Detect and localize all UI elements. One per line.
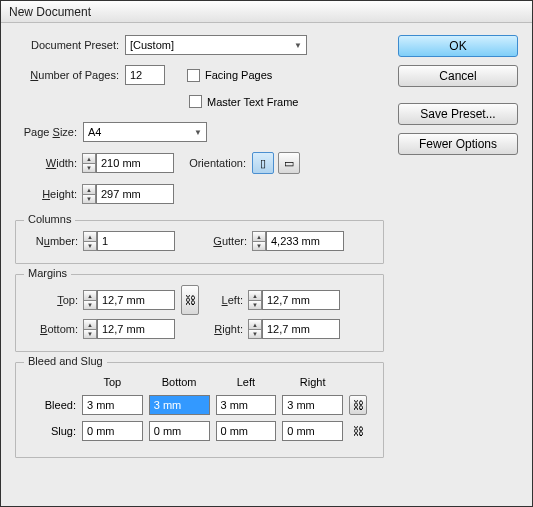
spin-up-icon[interactable]: ▲ xyxy=(252,231,266,241)
col-number-input[interactable]: 1 xyxy=(97,231,175,251)
col-number-label: Number: xyxy=(26,235,84,247)
document-preset-select[interactable]: [Custom] ▼ xyxy=(125,35,307,55)
master-text-frame-label: Master Text Frame xyxy=(207,96,299,108)
slug-bottom-input[interactable]: 0 mm xyxy=(149,421,210,441)
cancel-button[interactable]: Cancel xyxy=(398,65,518,87)
chain-icon: ⛓ xyxy=(353,399,364,411)
slug-top-input[interactable]: 0 mm xyxy=(82,421,143,441)
master-text-frame-checkbox[interactable]: Master Text Frame xyxy=(189,95,299,108)
spin-up-icon[interactable]: ▲ xyxy=(248,290,262,300)
margin-right-label: Right: xyxy=(199,323,249,335)
page-size-label: Page Size: xyxy=(15,126,83,138)
dialog-title: New Document xyxy=(9,5,91,19)
spin-down-icon[interactable]: ▼ xyxy=(248,300,262,310)
margin-left-input[interactable]: 12,7 mm xyxy=(262,290,340,310)
document-preset-label: Document Preset: xyxy=(15,39,125,51)
height-label: Height: xyxy=(15,188,83,200)
bleed-slug-group: Bleed and Slug Top Bottom Left Right Ble… xyxy=(15,362,384,458)
link-slug-button[interactable]: ⛓ xyxy=(349,421,367,441)
margin-right-spinner[interactable]: ▲▼ xyxy=(248,319,262,339)
slug-left-input[interactable]: 0 mm xyxy=(216,421,277,441)
fewer-options-button[interactable]: Fewer Options xyxy=(398,133,518,155)
orientation-portrait-button[interactable]: ▯ xyxy=(252,152,274,174)
spin-down-icon[interactable]: ▼ xyxy=(83,329,97,339)
columns-legend: Columns xyxy=(24,213,75,225)
titlebar[interactable]: New Document xyxy=(1,1,532,23)
spin-up-icon[interactable]: ▲ xyxy=(248,319,262,329)
portrait-icon: ▯ xyxy=(260,157,266,170)
bleed-top-input[interactable]: 3 mm xyxy=(82,395,143,415)
columns-group: Columns Number: ▲▼ 1 Gutter: ▲▼ 4,233 mm xyxy=(15,220,384,264)
col-right-header: Right xyxy=(280,375,345,391)
orientation-landscape-button[interactable]: ▭ xyxy=(278,152,300,174)
facing-pages-label: Facing Pages xyxy=(205,69,272,81)
facing-pages-checkbox[interactable]: Facing Pages xyxy=(187,69,272,82)
col-top-header: Top xyxy=(80,375,145,391)
spin-down-icon[interactable]: ▼ xyxy=(82,163,96,173)
margin-top-label: Top: xyxy=(26,294,84,306)
margins-group: Margins Top: ▲▼ 12,7 mm ⛓ Left: ▲▼ 12,7 … xyxy=(15,274,384,352)
width-label: Width: xyxy=(15,157,83,169)
margin-bottom-label: Bottom: xyxy=(26,323,84,335)
spin-up-icon[interactable]: ▲ xyxy=(83,231,97,241)
col-left-header: Left xyxy=(214,375,279,391)
spin-up-icon[interactable]: ▲ xyxy=(83,319,97,329)
gutter-input[interactable]: 4,233 mm xyxy=(266,231,344,251)
width-input[interactable]: 210 mm xyxy=(96,153,174,173)
gutter-label: Gutter: xyxy=(175,235,253,247)
checkbox-icon xyxy=(187,69,200,82)
height-spinner[interactable]: ▲▼ xyxy=(82,184,96,204)
link-bleed-button[interactable]: ⛓ xyxy=(349,395,367,415)
checkbox-icon xyxy=(189,95,202,108)
num-pages-input[interactable]: 12 xyxy=(125,65,165,85)
orientation-label: Orientation: xyxy=(174,157,252,169)
margin-bottom-spinner[interactable]: ▲▼ xyxy=(83,319,97,339)
margins-legend: Margins xyxy=(24,267,71,279)
chain-icon: ⛓ xyxy=(185,294,196,306)
document-preset-value: [Custom] xyxy=(130,39,174,51)
ok-button[interactable]: OK xyxy=(398,35,518,57)
bleed-bottom-input[interactable]: 3 mm xyxy=(149,395,210,415)
spin-down-icon[interactable]: ▼ xyxy=(82,194,96,204)
slug-right-input[interactable]: 0 mm xyxy=(282,421,343,441)
spin-down-icon[interactable]: ▼ xyxy=(248,329,262,339)
bleed-label: Bleed: xyxy=(28,393,78,417)
spin-down-icon[interactable]: ▼ xyxy=(83,241,97,251)
chevron-down-icon: ▼ xyxy=(294,41,302,50)
spin-up-icon[interactable]: ▲ xyxy=(82,153,96,163)
col-number-spinner[interactable]: ▲▼ xyxy=(83,231,97,251)
margin-right-input[interactable]: 12,7 mm xyxy=(262,319,340,339)
margin-left-label: Left: xyxy=(199,294,249,306)
new-document-dialog: New Document Document Preset: [Custom] ▼… xyxy=(0,0,533,507)
link-margins-button[interactable]: ⛓ xyxy=(181,285,199,315)
bleed-slug-legend: Bleed and Slug xyxy=(24,355,107,367)
width-spinner[interactable]: ▲▼ xyxy=(82,153,96,173)
margin-left-spinner[interactable]: ▲▼ xyxy=(248,290,262,310)
col-bottom-header: Bottom xyxy=(147,375,212,391)
bleed-right-input[interactable]: 3 mm xyxy=(282,395,343,415)
num-pages-label: Number of Pages: xyxy=(15,69,125,81)
slug-label: Slug: xyxy=(28,419,78,443)
spin-down-icon[interactable]: ▼ xyxy=(83,300,97,310)
margin-top-input[interactable]: 12,7 mm xyxy=(97,290,175,310)
page-size-value: A4 xyxy=(88,126,101,138)
gutter-spinner[interactable]: ▲▼ xyxy=(252,231,266,251)
landscape-icon: ▭ xyxy=(284,157,294,170)
height-input[interactable]: 297 mm xyxy=(96,184,174,204)
margin-top-spinner[interactable]: ▲▼ xyxy=(83,290,97,310)
bleed-left-input[interactable]: 3 mm xyxy=(216,395,277,415)
spin-up-icon[interactable]: ▲ xyxy=(83,290,97,300)
save-preset-button[interactable]: Save Preset... xyxy=(398,103,518,125)
spin-up-icon[interactable]: ▲ xyxy=(82,184,96,194)
chain-broken-icon: ⛓ xyxy=(353,425,364,437)
page-size-select[interactable]: A4 ▼ xyxy=(83,122,207,142)
chevron-down-icon: ▼ xyxy=(194,128,202,137)
margin-bottom-input[interactable]: 12,7 mm xyxy=(97,319,175,339)
spin-down-icon[interactable]: ▼ xyxy=(252,241,266,251)
